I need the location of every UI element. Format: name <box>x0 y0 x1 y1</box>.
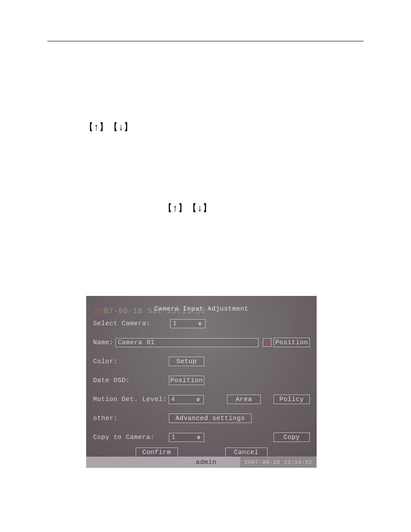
status-datetime-box: 2007-08-18 13:14:52 <box>240 457 317 468</box>
camera-input-adjustment-screen: 2007-08-18 Sat 13:11:52 Camera Input Adj… <box>86 296 317 468</box>
motion-level-label: Motion Det. Level: <box>93 396 167 403</box>
select-camera-value: 1 <box>173 320 177 327</box>
check-icon <box>264 339 270 345</box>
select-camera-label: Select Camera: <box>93 320 150 327</box>
copy-to-camera-spinner[interactable]: 1 <box>169 433 204 442</box>
cancel-button[interactable]: Cancel <box>225 448 268 457</box>
motion-level-spinner[interactable]: 4 <box>168 395 204 404</box>
arrow-hint-2: 【↑】【↓】 <box>163 202 212 215</box>
motion-level-value: 4 <box>171 396 175 403</box>
camera-name-input[interactable]: Camera 01 <box>115 338 258 347</box>
date-osd-position-button[interactable]: Position <box>169 376 204 385</box>
name-display-checkbox[interactable] <box>263 338 271 347</box>
spinner-arrows-icon <box>195 396 201 403</box>
status-camera-name: Camera 01 <box>272 296 309 457</box>
copy-to-camera-label: Copy to Camera: <box>93 434 169 441</box>
spinner-arrows-icon <box>196 434 202 441</box>
color-label: Color: <box>93 358 169 365</box>
status-datetime: 2007-08-18 13:14:52 <box>244 459 312 466</box>
copy-to-camera-value: 1 <box>171 434 176 441</box>
status-bar: admin 2007-08-18 13:14:52 <box>86 457 317 468</box>
select-camera-spinner[interactable]: 1 <box>170 319 206 328</box>
spinner-arrows-icon <box>197 320 203 327</box>
camera-name-value: Camera 01 <box>118 339 155 346</box>
other-label: other: <box>93 415 169 422</box>
confirm-button[interactable]: Confirm <box>136 448 178 457</box>
status-user: admin <box>172 457 240 468</box>
advanced-settings-button[interactable]: Advanced settings <box>169 414 252 423</box>
date-osd-label: Date OSD: <box>93 377 169 384</box>
arrow-hint-1: 【↑】【↓】 <box>84 121 133 134</box>
name-label: Name: <box>93 339 114 346</box>
motion-area-button[interactable]: Area <box>227 395 261 404</box>
color-setup-button[interactable]: Setup <box>169 357 204 366</box>
horizontal-rule <box>47 41 364 41</box>
